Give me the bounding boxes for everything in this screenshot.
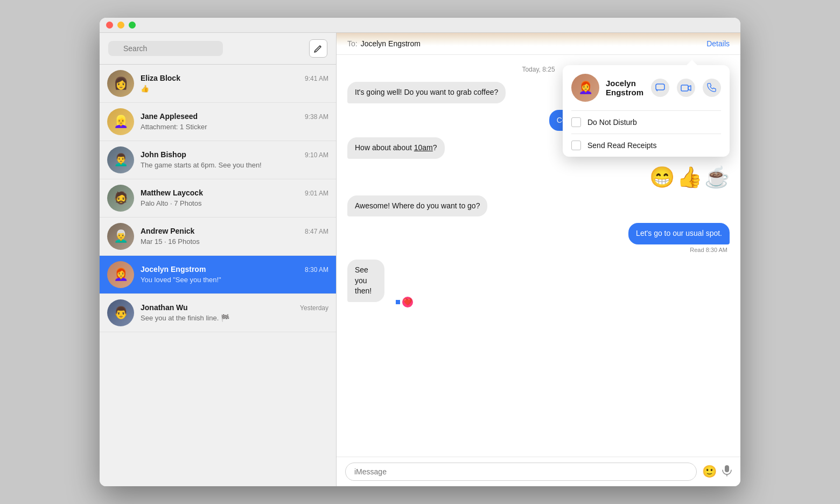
popover-avatar-emoji: 👩‍🦰 — [578, 81, 593, 95]
conv-info: Matthew Laycock 9:01 AM Palo Alto · 7 Ph… — [141, 188, 328, 208]
search-input[interactable] — [108, 41, 223, 56]
conv-info: John Bishop 9:10 AM The game starts at 6… — [141, 150, 328, 170]
facetime-action-button[interactable] — [677, 79, 695, 97]
popover-contact-name: Jocelyn Engstrom — [606, 79, 645, 97]
avatar-image: 👨‍🦳 — [107, 223, 134, 250]
conv-time: 9:38 AM — [305, 113, 328, 121]
sidebar-header: 🔍 — [100, 33, 336, 65]
conv-time: 8:47 AM — [305, 228, 328, 235]
conv-info: Eliza Block 9:41 AM 👍 — [141, 74, 328, 93]
avatar-image: 👨‍🦱 — [107, 146, 134, 173]
list-item[interactable]: 👨 Jonathan Wu Yesterday See you at the f… — [100, 294, 336, 332]
conv-top: Jane Appleseed 9:38 AM — [141, 112, 328, 121]
send-read-receipts-option[interactable]: Send Read Receipts — [563, 134, 730, 157]
conv-name: Jocelyn Engstrom — [141, 265, 206, 274]
conv-name: Andrew Penick — [141, 227, 194, 235]
details-button[interactable]: Details — [706, 39, 730, 48]
to-label: To: — [347, 39, 358, 48]
list-item[interactable]: 🧔 Matthew Laycock 9:01 AM Palo Alto · 7 … — [100, 179, 336, 218]
avatar-image: 👨 — [107, 299, 134, 326]
maximize-button[interactable] — [129, 22, 136, 29]
avatar: 👨‍🦱 — [107, 146, 134, 173]
list-item[interactable]: 👨‍🦱 John Bishop 9:10 AM The game starts … — [100, 141, 336, 179]
conv-name: Jonathan Wu — [141, 303, 188, 312]
conv-preview: See you at the finish line. 🏁 — [141, 314, 229, 322]
read-receipt: Read 8:30 AM — [347, 247, 730, 253]
conv-time: 9:01 AM — [305, 190, 328, 197]
link-text[interactable]: 10am — [414, 143, 433, 152]
compose-button[interactable] — [309, 39, 327, 58]
conv-name: Eliza Block — [141, 74, 180, 82]
message-bubble: See you then! — [347, 260, 384, 302]
traffic-lights — [106, 22, 136, 29]
conversation-list: 👩 Eliza Block 9:41 AM 👍 👱‍♀️ — [100, 65, 336, 486]
conv-preview: Attachment: 1 Sticker — [141, 123, 207, 131]
send-read-receipts-checkbox[interactable] — [571, 141, 581, 150]
message-action-button[interactable] — [651, 79, 669, 97]
avatar-image: 👩 — [107, 70, 134, 97]
sidebar: 🔍 👩 Eli — [100, 33, 337, 486]
conv-preview: Palo Alto · 7 Photos — [141, 199, 201, 207]
conv-preview: 👍 — [141, 85, 149, 93]
tapback-heart-icon: ❤️ — [401, 296, 414, 309]
conv-preview: You loved "See you then!" — [141, 276, 221, 284]
emoji-message-row: 😁 👍 ☕ — [347, 165, 730, 189]
main-content: 🔍 👩 Eli — [100, 33, 740, 486]
message-bubble: Awesome! Where do you want to go? — [347, 195, 487, 217]
close-button[interactable] — [106, 22, 113, 29]
avatar: 👱‍♀️ — [107, 108, 134, 135]
conv-time: 9:41 AM — [305, 75, 328, 82]
message-text: See you then! — [355, 265, 372, 295]
tapback-container: See you then! ❤️ — [347, 260, 409, 302]
avatar: 🧔 — [107, 185, 134, 212]
message-bubble: How about about 10am? — [347, 137, 445, 159]
conv-info: Andrew Penick 8:47 AM Mar 15 · 16 Photos — [141, 227, 328, 246]
conv-info: Jonathan Wu Yesterday See you at the fin… — [141, 303, 328, 323]
message-row: Awesome! Where do you want to go? — [347, 195, 730, 217]
avatar-image: 👱‍♀️ — [107, 108, 134, 135]
avatar: 👩‍🦰 — [107, 261, 134, 288]
avatar-image: 👩‍🦰 — [107, 261, 134, 288]
avatar-image: 🧔 — [107, 185, 134, 212]
minimize-button[interactable] — [117, 22, 124, 29]
send-read-receipts-label: Send Read Receipts — [587, 141, 656, 150]
avatar: 👨 — [107, 299, 134, 326]
message-bubble: Let's go to our usual spot. — [628, 223, 730, 244]
avatar: 👨‍🦳 — [107, 223, 134, 250]
chat-area: To: Jocelyn Engstrom Details Today, 8:25… — [337, 33, 740, 486]
do-not-disturb-option[interactable]: Do Not Disturb — [563, 111, 730, 134]
conv-top: John Bishop 9:10 AM — [141, 150, 328, 159]
phone-action-button[interactable] — [703, 79, 721, 97]
imessage-input[interactable] — [345, 463, 697, 481]
emoji-picker-button[interactable]: 🙂 — [702, 465, 717, 479]
list-item[interactable]: 👩 Eliza Block 9:41 AM 👍 — [100, 65, 336, 103]
conv-name: Matthew Laycock — [141, 188, 203, 197]
conv-time: 8:30 AM — [305, 266, 328, 274]
chat-header: To: Jocelyn Engstrom Details — [337, 33, 740, 55]
svg-rect-3 — [681, 85, 688, 91]
message-text: Let's go to our usual spot. — [636, 229, 722, 237]
list-item[interactable]: 👨‍🦳 Andrew Penick 8:47 AM Mar 15 · 16 Ph… — [100, 218, 336, 256]
do-not-disturb-checkbox[interactable] — [571, 117, 581, 127]
message-text: How about about 10am? — [355, 143, 437, 152]
conv-top: Andrew Penick 8:47 AM — [141, 227, 328, 235]
message-row: See you then! ❤️ — [347, 260, 730, 302]
conv-name: John Bishop — [141, 150, 186, 159]
conv-preview: The game starts at 6pm. See you then! — [141, 161, 262, 169]
chat-to: To: Jocelyn Engstrom — [347, 39, 421, 48]
popover-contact: 👩‍🦰 Jocelyn Engstrom — [563, 65, 730, 110]
conv-top: Jonathan Wu Yesterday — [141, 303, 328, 312]
message-text: It's going well! Do you want to grab cof… — [355, 88, 498, 96]
emoji-grinning: 😁 — [649, 165, 675, 189]
details-popover: 👩‍🦰 Jocelyn Engstrom — [563, 65, 730, 157]
chat-input-bar: 🙂 — [337, 457, 740, 486]
list-item[interactable]: 👱‍♀️ Jane Appleseed 9:38 AM Attachment: … — [100, 103, 336, 141]
title-bar — [100, 18, 740, 33]
list-item[interactable]: 👩‍🦰 Jocelyn Engstrom 8:30 AM You loved "… — [100, 256, 336, 294]
conv-time: 9:10 AM — [305, 151, 328, 159]
mic-button[interactable] — [722, 465, 732, 479]
conv-top: Matthew Laycock 9:01 AM — [141, 188, 328, 197]
recipient-name: Jocelyn Engstrom — [361, 39, 421, 48]
app-window: 🔍 👩 Eli — [100, 18, 740, 486]
conv-info: Jane Appleseed 9:38 AM Attachment: 1 Sti… — [141, 112, 328, 131]
